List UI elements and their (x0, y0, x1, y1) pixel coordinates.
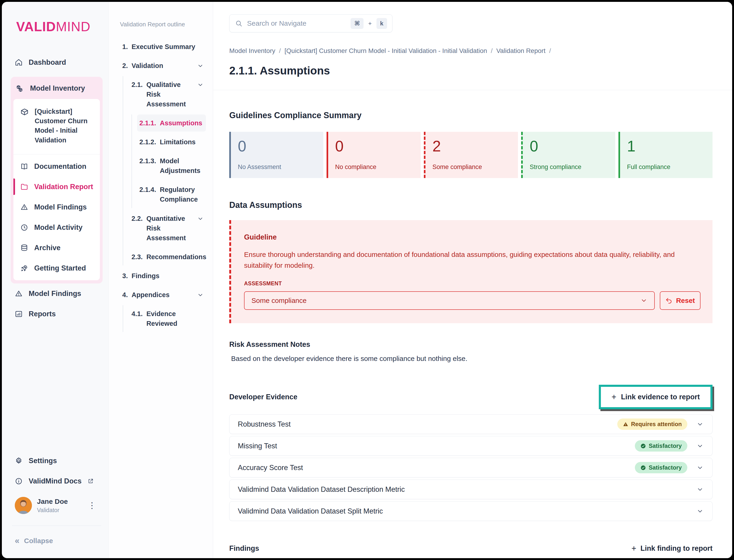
status-badge: Requires attention (617, 418, 687, 430)
sidebar-item-settings[interactable]: Settings (11, 451, 103, 471)
search-bar[interactable]: ⌘ + k (229, 14, 392, 32)
sidebar-item-label: [Quickstart] Customer Churn Model - Init… (35, 107, 96, 145)
breadcrumb: Model Inventory / [Quickstart] Customer … (229, 47, 711, 55)
outline-item-validation[interactable]: 2. Validation (120, 57, 206, 74)
outline-group-appendices: 4.1. Evidence Reviewed (123, 305, 206, 332)
chevron-down-icon (197, 292, 204, 298)
assessment-select[interactable]: Some compliance (244, 291, 655, 310)
evidence-row-missing-test[interactable]: Missing Test Satisfactory (229, 436, 712, 456)
check-circle-icon (640, 443, 646, 449)
outline-item-model-adjustments[interactable]: 2.1.3. Model Adjustments (137, 152, 206, 179)
model-card: [Quickstart] Customer Churn Model - Init… (13, 99, 100, 280)
outline-item-limitations[interactable]: 2.1.2. Limitations (137, 133, 206, 151)
sidebar-item-validation-report[interactable]: Validation Report (13, 177, 100, 197)
sidebar-item-getting-started[interactable]: Getting Started (13, 258, 100, 278)
link-evidence-button[interactable]: + Link evidence to report (601, 387, 710, 407)
folder-icon (20, 183, 28, 191)
logo-mind: MIND (56, 19, 91, 34)
sidebar-item-label: Model Activity (34, 223, 83, 232)
sidebar-item-label: Reports (29, 310, 56, 318)
evidence-row-robustness[interactable]: Robustness Test Requires attention (229, 414, 712, 434)
plus-icon: + (631, 544, 636, 553)
kebab-menu-icon[interactable]: ⋮ (86, 501, 98, 510)
outline-item-findings[interactable]: 3. Findings (120, 267, 206, 284)
findings-heading: Findings (229, 544, 259, 553)
sidebar-item-label: Archive (34, 244, 61, 252)
card-some-compliance: 2 Some compliance (424, 132, 518, 178)
search-input[interactable] (247, 19, 346, 27)
breadcrumb-separator: / (549, 47, 551, 55)
breadcrumb-model[interactable]: [Quickstart] Customer Churn Model - Init… (285, 47, 487, 55)
assessment-controls: Some compliance Reset (244, 291, 700, 310)
plus-icon: + (611, 392, 616, 402)
sidebar-item-model-findings-global[interactable]: Model Findings (11, 283, 103, 304)
breadcrumb-model-inventory[interactable]: Model Inventory (229, 47, 275, 55)
assessment-selected-value: Some compliance (252, 297, 307, 305)
sidebar-item-dashboard[interactable]: Dashboard (11, 52, 103, 73)
outline-item-quantitative-risk[interactable]: 2.2. Quantitative Risk Assessment (129, 210, 206, 246)
annotation-highlight: + Link evidence to report (599, 385, 712, 409)
user-menu[interactable]: Jane Doe Validator ⋮ (11, 491, 103, 520)
chevron-down-icon (697, 443, 703, 449)
user-role: Validator (37, 507, 80, 514)
search-icon (235, 20, 243, 27)
evidence-row-dataset-description[interactable]: Validmind Data Validation Dataset Descri… (229, 480, 712, 499)
sidebar-item-reports[interactable]: Reports (11, 304, 103, 324)
sidebar-item-label: ValidMind Docs (29, 477, 82, 485)
guideline-title: Guideline (244, 233, 700, 241)
outline-group-validation: 2.1. Qualitative Risk Assessment 2.1.1. … (123, 76, 206, 265)
card-label: Strong compliance (530, 163, 608, 171)
sidebar-item-label: Dashboard (29, 58, 66, 67)
sidebar-item-label: Settings (29, 457, 57, 465)
outline-item-qualitative-risk[interactable]: 2.1. Qualitative Risk Assessment (129, 76, 206, 113)
risk-notes-text: Based on the developer evidence there is… (229, 355, 712, 363)
outline-item-executive-summary[interactable]: 1. Executive Summary (120, 38, 206, 55)
sidebar-item-model-inventory[interactable]: Model Inventory (11, 78, 103, 98)
sidebar-item-validmind-docs[interactable]: ValidMind Docs (11, 471, 103, 491)
external-link-icon (88, 478, 94, 484)
sidebar-item-archive[interactable]: Archive (13, 238, 100, 258)
guideline-body: Ensure thorough understanding and docume… (244, 249, 700, 271)
breadcrumb-separator: / (279, 47, 281, 55)
sidebar-item-model-name[interactable]: [Quickstart] Customer Churn Model - Init… (13, 101, 100, 153)
compliance-summary-cards: 0 No Assessment 0 No compliance 2 Some c… (229, 132, 712, 178)
sidebar-item-model-findings[interactable]: Model Findings (13, 197, 100, 217)
evidence-row-dataset-split[interactable]: Validmind Data Validation Dataset Split … (229, 501, 712, 521)
link-finding-button[interactable]: + Link finding to report (631, 544, 712, 553)
developer-evidence-header: Developer Evidence + Link evidence to re… (229, 385, 712, 409)
collapse-sidebar-button[interactable]: « Collapse (11, 532, 103, 550)
card-label: No compliance (335, 163, 414, 171)
sidebar-item-label: Validation Report (34, 183, 93, 191)
card-value: 2 (432, 138, 511, 154)
card-value: 0 (238, 138, 317, 154)
card-label: Some compliance (432, 163, 511, 171)
info-circle-icon (15, 477, 23, 485)
breadcrumb-validation-report[interactable]: Validation Report (496, 47, 545, 55)
chevron-down-icon (697, 421, 703, 428)
page-title: 2.1.1. Assumptions (229, 64, 711, 77)
evidence-list: Robustness Test Requires attention Missi… (229, 414, 712, 521)
status-badge: Satisfactory (635, 462, 687, 473)
outline-item-regulatory-compliance[interactable]: 2.1.4. Regulatory Compliance (137, 181, 206, 208)
card-no-assessment: 0 No Assessment (229, 132, 323, 178)
outline-item-appendices[interactable]: 4. Appendices (120, 286, 206, 303)
evidence-row-accuracy-score[interactable]: Accuracy Score Test Satisfactory (229, 458, 712, 477)
sidebar-item-label: Documentation (34, 162, 86, 171)
outline-item-recommendations[interactable]: 2.3. Recommendations (129, 248, 206, 265)
bar-chart-icon (15, 310, 23, 318)
sidebar-item-documentation[interactable]: Documentation (13, 156, 100, 177)
findings-header: Findings + Link finding to report (229, 544, 712, 553)
outline-item-assumptions[interactable]: 2.1.1. Assumptions (137, 114, 206, 132)
validmind-logo: VALIDMIND (16, 19, 103, 34)
status-badge: Satisfactory (635, 440, 687, 452)
home-icon (15, 58, 23, 66)
chevron-down-icon (697, 508, 703, 515)
main-header: ⌘ + k Model Inventory / [Quickstart] Cus… (213, 2, 732, 90)
sidebar-item-model-activity[interactable]: Model Activity (13, 217, 100, 238)
reset-button[interactable]: Reset (660, 291, 700, 310)
sidebar-item-label: Model Findings (29, 289, 81, 298)
compliance-summary-heading: Guidelines Compliance Summary (229, 111, 712, 120)
undo-icon (665, 297, 673, 304)
outline-item-evidence-reviewed[interactable]: 4.1. Evidence Reviewed (129, 305, 206, 332)
reset-label: Reset (676, 297, 695, 305)
